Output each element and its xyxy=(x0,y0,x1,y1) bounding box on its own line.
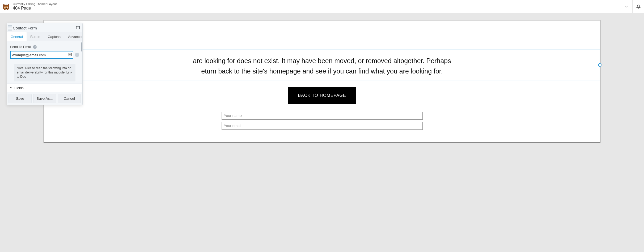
help-icon[interactable]: ? xyxy=(33,45,37,49)
scrollbar-thumb[interactable] xyxy=(81,42,82,51)
topbar-title: 404 Page xyxy=(13,6,57,11)
name-field[interactable] xyxy=(222,112,423,120)
svg-rect-7 xyxy=(6,9,7,10)
chevron-down-icon xyxy=(625,5,628,8)
panel-tabs: General Button Captcha Advanced xyxy=(7,32,82,41)
page-preview-inner: are looking for does not exist. It may h… xyxy=(44,20,600,142)
back-to-homepage-button[interactable]: BACK TO HOMEPAGE xyxy=(288,87,356,104)
tab-captcha[interactable]: Captcha xyxy=(44,32,64,41)
fields-section-header[interactable]: Fields xyxy=(7,84,82,92)
page-preview[interactable]: are looking for does not exist. It may h… xyxy=(44,20,600,143)
svg-point-13 xyxy=(69,54,70,55)
window-icon xyxy=(76,26,80,29)
panel-footer: Save Save As... Cancel xyxy=(7,92,82,105)
save-as-button[interactable]: Save As... xyxy=(33,94,56,103)
module-settings-panel[interactable]: Contact Form General Button Captcha Adva… xyxy=(7,23,83,105)
topbar-subtitle: Currently Editing Themer Layout xyxy=(13,2,57,6)
top-bar: Currently Editing Themer Layout 404 Page xyxy=(0,0,644,13)
note-text: Note: Please read the following info on … xyxy=(17,66,71,74)
resize-handle-right[interactable] xyxy=(598,63,601,67)
panel-header[interactable]: Contact Form xyxy=(7,23,82,32)
tab-general[interactable]: General xyxy=(7,32,27,41)
beaver-logo-icon xyxy=(2,2,11,11)
email-field[interactable] xyxy=(222,122,423,130)
tab-advanced[interactable]: Advanced xyxy=(64,32,83,41)
page-spacer xyxy=(44,20,600,50)
send-to-email-input[interactable] xyxy=(12,51,68,58)
svg-point-9 xyxy=(7,4,9,6)
svg-point-4 xyxy=(5,7,5,7)
fields-section-label: Fields xyxy=(14,86,24,90)
panel-body: Send To Email ? xyxy=(7,41,82,84)
cta-row: BACK TO HOMEPAGE xyxy=(44,87,600,104)
deliverability-note: Note: Please read the following info on … xyxy=(14,64,75,81)
topbar-chevron-button[interactable] xyxy=(621,0,632,13)
cancel-button[interactable]: Cancel xyxy=(58,94,81,103)
selected-text-block[interactable]: are looking for does not exist. It may h… xyxy=(44,50,600,80)
panel-expand-button[interactable] xyxy=(76,25,80,30)
bell-icon xyxy=(636,5,641,9)
tab-button[interactable]: Button xyxy=(27,32,44,41)
svg-point-8 xyxy=(3,4,5,6)
send-to-email-row: + xyxy=(10,51,79,59)
save-button[interactable]: Save xyxy=(9,94,32,103)
chevron-down-icon xyxy=(10,86,13,89)
drag-grip-icon[interactable] xyxy=(8,25,12,31)
topbar-left: Currently Editing Themer Layout 404 Page xyxy=(0,0,75,13)
send-to-email-input-wrap[interactable] xyxy=(10,51,73,59)
notifications-button[interactable] xyxy=(632,0,644,13)
add-email-button[interactable]: + xyxy=(75,53,79,57)
contact-form-preview xyxy=(221,112,424,132)
svg-rect-10 xyxy=(76,26,79,29)
lead-text: are looking for does not exist. It may h… xyxy=(47,56,597,76)
contact-card-icon[interactable] xyxy=(68,53,72,57)
topbar-titles: Currently Editing Themer Layout 404 Page xyxy=(13,2,57,10)
editor-canvas: Contact Form General Button Captcha Adva… xyxy=(0,13,644,143)
send-to-email-label: Send To Email xyxy=(10,45,31,49)
send-to-email-label-row: Send To Email ? xyxy=(10,45,79,49)
svg-point-5 xyxy=(7,7,7,7)
panel-title: Contact Form xyxy=(13,26,76,30)
